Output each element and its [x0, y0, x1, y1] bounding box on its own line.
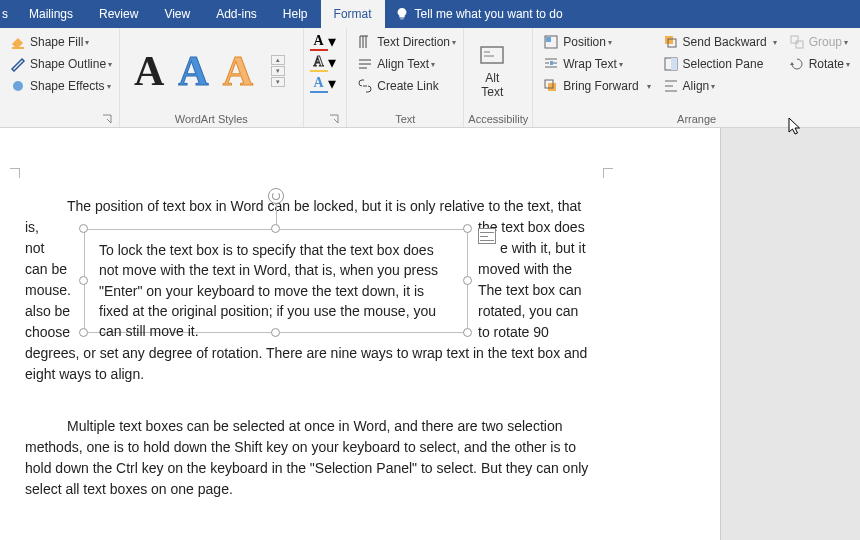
- tell-me-label: Tell me what you want to do: [415, 7, 563, 21]
- svg-rect-6: [548, 83, 556, 91]
- shape-effects-button[interactable]: Shape Effects▾: [6, 76, 116, 96]
- bring-forward-label: Bring Forward: [563, 79, 638, 93]
- tab-help[interactable]: Help: [270, 0, 321, 28]
- text-outline-button[interactable]: A▾: [310, 53, 336, 72]
- alt-text-button[interactable]: AltText: [468, 30, 516, 111]
- resize-handle-br[interactable]: [463, 328, 472, 337]
- wordart-gallery-spinner[interactable]: ▴ ▾ ▾: [271, 55, 285, 87]
- chevron-up-icon[interactable]: ▴: [271, 55, 285, 65]
- text-direction-icon: [357, 34, 373, 50]
- dialog-launcher-icon[interactable]: [101, 113, 113, 125]
- shape-fill-button[interactable]: Shape Fill▾: [6, 32, 116, 52]
- svg-rect-4: [546, 37, 551, 42]
- body-text-left-2[interactable]: not: [25, 238, 44, 259]
- align-text-label: Align Text: [377, 57, 429, 71]
- alt-text-icon: [478, 42, 506, 70]
- body-text-right-6[interactable]: to rotate 90: [478, 322, 549, 343]
- send-backward-label: Send Backward: [683, 35, 767, 49]
- tab-format[interactable]: Format: [321, 0, 385, 28]
- wrap-text-button[interactable]: Wrap Text▾: [539, 54, 654, 74]
- align-text-button[interactable]: Align Text▾: [353, 54, 460, 74]
- group-wordart-launcher: [308, 111, 343, 127]
- tab-addins[interactable]: Add-ins: [203, 0, 270, 28]
- wrap-text-icon: [543, 56, 559, 72]
- align-button[interactable]: Align▾: [659, 76, 781, 96]
- group-text: Text Direction▾ Align Text▾ Create Link …: [346, 28, 464, 127]
- tab-review[interactable]: Review: [86, 0, 151, 28]
- page-gutter: [720, 128, 860, 540]
- tab-cut[interactable]: s: [0, 0, 16, 28]
- rotate-label: Rotate: [809, 57, 844, 71]
- group-shape-styles-label: [4, 111, 115, 127]
- svg-point-1: [13, 81, 23, 91]
- body-text-left-3[interactable]: can be: [25, 259, 67, 280]
- position-button[interactable]: Position▾: [539, 32, 654, 52]
- bring-forward-button[interactable]: Bring Forward▾: [539, 76, 654, 96]
- body-text-right-2[interactable]: e with it, but it: [500, 238, 586, 259]
- tab-mailings[interactable]: Mailings: [16, 0, 86, 28]
- wordart-style-3[interactable]: A: [223, 47, 253, 95]
- tab-view[interactable]: View: [151, 0, 203, 28]
- body-text-left-5[interactable]: also be: [25, 301, 70, 322]
- rotate-button[interactable]: Rotate▾: [785, 54, 854, 74]
- wordart-style-1[interactable]: A: [134, 47, 164, 95]
- svg-rect-12: [791, 36, 798, 43]
- text-effects-button[interactable]: A▾: [310, 74, 336, 93]
- resize-handle-ml[interactable]: [79, 276, 88, 285]
- svg-rect-2: [481, 47, 503, 63]
- shape-outline-button[interactable]: Shape Outline▾: [6, 54, 116, 74]
- selection-pane-icon: [663, 56, 679, 72]
- pencil-outline-icon: [10, 56, 26, 72]
- rotation-handle[interactable]: [268, 188, 284, 204]
- body-text-right-4[interactable]: The text box can: [478, 280, 582, 301]
- ruler-corner-left: [10, 168, 20, 178]
- text-direction-label: Text Direction: [377, 35, 450, 49]
- text-box-content[interactable]: To lock the text box is to specify that …: [99, 242, 438, 339]
- text-fill-icon: A: [310, 33, 328, 51]
- body-text-right-5[interactable]: rotated, you can: [478, 301, 578, 322]
- resize-handle-bl[interactable]: [79, 328, 88, 337]
- body-text-line-7[interactable]: degrees, or set any degree of rotation. …: [25, 343, 605, 385]
- selected-text-box[interactable]: To lock the text box is to specify that …: [84, 229, 468, 333]
- resize-handle-bc[interactable]: [271, 328, 280, 337]
- resize-handle-tc[interactable]: [271, 224, 280, 233]
- send-backward-icon: [663, 34, 679, 50]
- group-button[interactable]: Group▾: [785, 32, 854, 52]
- group-label-text: Group: [809, 35, 842, 49]
- link-icon: [357, 78, 373, 94]
- group-icon: [789, 34, 805, 50]
- ruler-corner-right: [603, 168, 613, 178]
- dialog-launcher-icon[interactable]: [328, 113, 340, 125]
- layout-options-button[interactable]: [478, 228, 496, 244]
- text-outline-icon: A: [310, 54, 328, 72]
- group-accessibility-label: Accessibility: [468, 111, 528, 127]
- resize-handle-mr[interactable]: [463, 276, 472, 285]
- text-fill-button[interactable]: A▾: [310, 32, 336, 51]
- lightbulb-icon: [395, 7, 409, 21]
- create-link-button[interactable]: Create Link: [353, 76, 460, 96]
- tell-me-search[interactable]: Tell me what you want to do: [385, 7, 573, 21]
- resize-handle-tr[interactable]: [463, 224, 472, 233]
- body-text-left-6[interactable]: choose: [25, 322, 70, 343]
- body-text-left-4[interactable]: mouse.: [25, 280, 71, 301]
- chevron-bar-down-icon[interactable]: ▾: [271, 77, 285, 87]
- wrap-text-label: Wrap Text: [563, 57, 617, 71]
- text-direction-button[interactable]: Text Direction▾: [353, 32, 460, 52]
- body-text-paragraph-2[interactable]: Multiple text boxes can be selected at o…: [25, 416, 595, 500]
- body-text-right-3[interactable]: moved with the: [478, 259, 572, 280]
- svg-rect-0: [12, 47, 24, 49]
- body-text-right-1[interactable]: the text box does: [478, 217, 618, 238]
- selection-pane-button[interactable]: Selection Pane: [659, 54, 781, 74]
- selection-pane-label: Selection Pane: [683, 57, 764, 71]
- group-arrange-label: Arrange: [537, 111, 856, 127]
- wordart-style-2[interactable]: A: [178, 47, 208, 95]
- group-wordart-text-style: A▾ A▾ A▾: [304, 28, 347, 127]
- text-effects-icon: A: [310, 75, 328, 93]
- chevron-down-icon[interactable]: ▾: [271, 66, 285, 76]
- resize-handle-tl[interactable]: [79, 224, 88, 233]
- svg-rect-5: [550, 61, 553, 65]
- wordart-gallery[interactable]: A A A ▴ ▾ ▾: [124, 30, 295, 111]
- ribbon-tabs-bar: s Mailings Review View Add-ins Help Form…: [0, 0, 860, 28]
- document-canvas[interactable]: The position of text box in Word can be …: [0, 128, 720, 540]
- send-backward-button[interactable]: Send Backward▾: [659, 32, 781, 52]
